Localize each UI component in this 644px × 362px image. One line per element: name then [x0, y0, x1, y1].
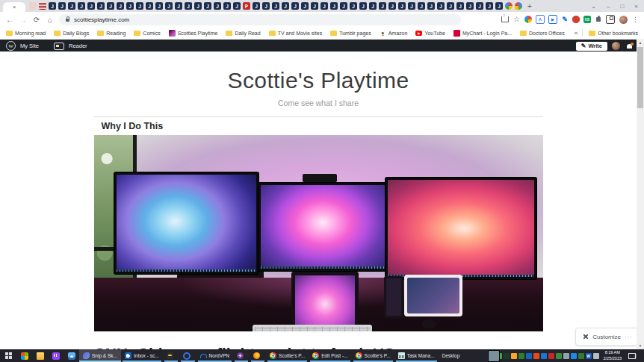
extension-icon[interactable]	[595, 16, 602, 23]
taskbar-window-button[interactable]: NordVPN	[196, 349, 233, 362]
browser-tab-favicon[interactable]	[447, 2, 454, 10]
tray-icon[interactable]	[563, 353, 569, 359]
browser-tab-favicon[interactable]	[214, 2, 221, 10]
bookmark-item[interactable]: TV and Movie sites	[269, 31, 323, 36]
browser-tab-favicon[interactable]	[87, 2, 95, 10]
browser-tab-favicon[interactable]	[194, 2, 202, 10]
new-tab-button[interactable]: +	[527, 2, 532, 10]
browser-tab-favicon[interactable]	[97, 2, 105, 10]
tray-icon[interactable]	[541, 353, 547, 359]
browser-tab-favicon[interactable]	[126, 2, 134, 10]
browser-tab-favicon[interactable]	[311, 2, 318, 10]
pinned-app-button[interactable]	[32, 349, 48, 362]
taskbar-window-button[interactable]	[250, 349, 266, 362]
taskbar-window-button[interactable]	[163, 349, 179, 362]
browser-tab-favicon[interactable]	[272, 2, 279, 10]
bookmark-item[interactable]: Daily Read	[226, 31, 260, 36]
scrollbar-up-arrow[interactable]: ▲	[637, 39, 644, 46]
extension-icon[interactable]	[524, 16, 532, 23]
notifications-bell-icon[interactable]	[626, 43, 634, 49]
browser-tab-favicon[interactable]	[185, 2, 192, 10]
pinned-app-button[interactable]	[48, 349, 64, 362]
bookmark-item[interactable]: Scotties Playtime	[169, 30, 218, 37]
tray-icon[interactable]	[489, 351, 499, 361]
taskbar-window-button[interactable]: Inbox - sc...	[121, 349, 163, 362]
bookmark-item[interactable]: Reading	[97, 31, 126, 36]
my-site-menu[interactable]: My Site	[20, 43, 39, 49]
tray-icon[interactable]	[586, 353, 592, 359]
browser-tab-favicon[interactable]	[321, 2, 328, 10]
bookmark-item[interactable]: Amazon	[380, 31, 408, 36]
browser-tab-favicon[interactable]	[155, 2, 163, 10]
browser-tab-favicon[interactable]	[388, 2, 396, 10]
minimize-button[interactable]: –	[607, 3, 610, 10]
wordpress-logo-icon[interactable]: W	[6, 41, 16, 51]
browser-tab-favicon[interactable]	[340, 2, 347, 10]
share-icon[interactable]	[501, 16, 509, 22]
address-bar[interactable]: scottiesplaytime.com	[59, 14, 461, 25]
browser-tab-favicon[interactable]	[330, 2, 338, 10]
bookmark-item[interactable]: MyChart - Login Pa...	[453, 30, 512, 37]
tab-close-icon[interactable]: ×	[13, 4, 16, 10]
taskbar-window-button[interactable]: Task Mana...	[394, 349, 439, 362]
tray-icon[interactable]	[526, 353, 532, 359]
scrollbar-down-arrow[interactable]: ▼	[637, 342, 644, 349]
extension-icon[interactable]	[606, 15, 615, 24]
scrollbar-thumb[interactable]	[637, 47, 643, 108]
browser-tab-favicon[interactable]	[29, 2, 37, 10]
browser-tab-favicon[interactable]	[136, 2, 143, 10]
browser-tab-favicon[interactable]	[165, 2, 173, 10]
bookmark-item[interactable]: YouTube	[415, 31, 445, 36]
browser-tab-favicon[interactable]	[291, 2, 299, 10]
browser-tab-favicon[interactable]	[456, 2, 464, 10]
close-button[interactable]: ×	[634, 3, 638, 10]
pinned-app-button[interactable]	[64, 349, 79, 362]
browser-tab-favicon[interactable]	[223, 2, 231, 10]
browser-menu-icon[interactable]: ⋮	[632, 16, 639, 23]
customize-more-button[interactable]: ···	[625, 334, 633, 340]
extension-icon[interactable]	[561, 16, 569, 23]
browser-tab-favicon[interactable]	[427, 2, 435, 10]
bookmark-item[interactable]: Comics	[134, 31, 160, 36]
browser-tab-favicon[interactable]	[369, 2, 377, 10]
bookmark-item[interactable]: Daily Blogs	[54, 31, 89, 36]
browser-tab-favicon[interactable]	[107, 2, 114, 10]
browser-tab-favicon[interactable]	[49, 2, 56, 10]
extension-icon[interactable]	[572, 16, 580, 23]
tray-icon[interactable]	[571, 353, 577, 359]
browser-tab-favicon[interactable]	[243, 2, 250, 10]
bookmark-star-icon[interactable]: ☆	[513, 16, 520, 23]
browser-tab-favicon[interactable]	[359, 2, 367, 10]
browser-tab-favicon[interactable]	[437, 2, 445, 10]
taskbar-window-button[interactable]: Scottie's P...	[352, 349, 394, 362]
back-icon[interactable]: ←	[5, 16, 14, 24]
home-icon[interactable]: ⌂	[46, 16, 55, 24]
taskbar-window-button[interactable]: Edit Post -...	[309, 349, 351, 362]
browser-tab-favicon[interactable]	[515, 2, 522, 10]
write-button[interactable]: ✎ Write	[576, 42, 607, 51]
extension-icon[interactable]	[536, 15, 545, 24]
browser-tab-favicon[interactable]	[175, 2, 182, 10]
start-button[interactable]	[0, 349, 16, 362]
profile-avatar[interactable]	[619, 16, 628, 24]
browser-tab-favicon[interactable]	[350, 2, 357, 10]
browser-tab-favicon[interactable]	[398, 2, 406, 10]
browser-tab-favicon[interactable]	[505, 2, 513, 10]
browser-tab-favicon[interactable]	[262, 2, 270, 10]
bookmark-item[interactable]: Morning read	[6, 31, 46, 36]
browser-tab-favicon[interactable]	[379, 2, 386, 10]
reader-icon[interactable]	[54, 43, 64, 50]
browser-tab-favicon[interactable]	[418, 2, 425, 10]
browser-tab-favicon[interactable]	[117, 2, 124, 10]
taskbar-window-button[interactable]: Snip & Sk...	[79, 349, 121, 362]
browser-tab-favicon[interactable]	[476, 2, 483, 10]
tray-icon[interactable]	[504, 353, 510, 359]
pinned-app-button[interactable]	[16, 349, 32, 362]
taskbar-window-button[interactable]: Scottie's P...	[266, 349, 309, 362]
taskbar-window-button[interactable]	[179, 349, 196, 362]
browser-tab-favicon[interactable]	[39, 2, 46, 10]
browser-tab-favicon[interactable]	[68, 2, 75, 10]
active-tab[interactable]: ×	[3, 2, 25, 12]
reload-icon[interactable]: ⟳	[32, 16, 41, 24]
tray-icon[interactable]	[593, 353, 599, 359]
